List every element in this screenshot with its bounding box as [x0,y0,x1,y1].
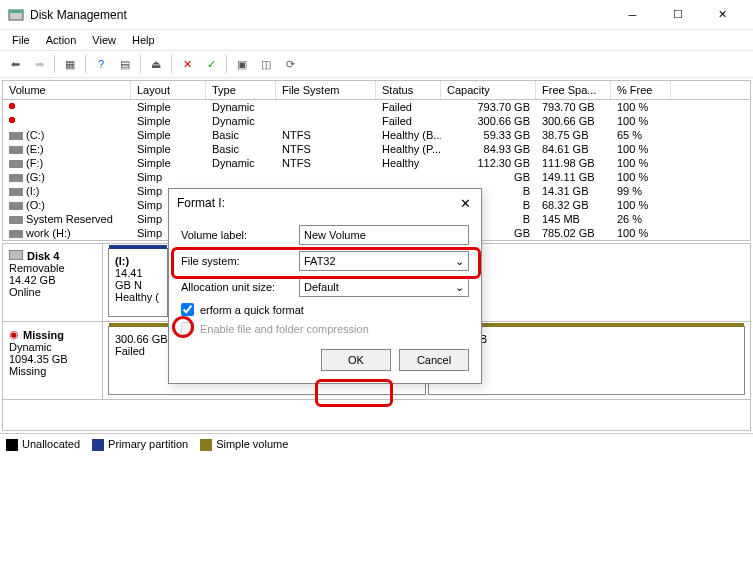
disk-info: Disk 4 Removable 14.42 GB Online [3,244,103,321]
swatch-simple [200,439,212,451]
disk-kind: Dynamic [9,341,96,353]
close-button[interactable]: ✕ [700,0,745,30]
col-volume[interactable]: Volume [3,81,131,99]
forward-icon[interactable]: ➡ [28,53,50,75]
volume-icon [9,146,23,154]
swatch-unallocated [6,439,18,451]
separator [226,55,227,73]
disk-size: 14.42 GB [9,274,96,286]
svg-rect-1 [9,10,23,13]
vol-label: (I:) [115,255,161,267]
check-icon[interactable]: ✓ [200,53,222,75]
delete-icon[interactable]: ✕ [176,53,198,75]
menu-view[interactable]: View [84,32,124,48]
action2-icon[interactable]: ◫ [255,53,277,75]
disk-size: 1094.35 GB [9,353,96,365]
refresh-icon[interactable]: ⟳ [279,53,301,75]
volume-icon [9,230,23,238]
toolbar: ⬅ ➡ ▦ ? ▤ ⏏ ✕ ✓ ▣ ◫ ⟳ [0,50,753,78]
disk-state: Online [9,286,96,298]
quick-format-label: erform a quick format [200,304,304,316]
volume-label-input[interactable] [299,225,469,245]
col-free[interactable]: Free Spa... [536,81,611,99]
volume-icon [9,202,23,210]
grid-icon[interactable]: ▦ [59,53,81,75]
compression-checkbox [181,322,194,335]
separator [171,55,172,73]
menu-file[interactable]: File [4,32,38,48]
minimize-button[interactable]: ─ [610,0,655,30]
eject-icon[interactable]: ⏏ [145,53,167,75]
filesystem-label: File system: [181,255,299,267]
table-row[interactable]: (G:)SimpGB149.11 GB100 % [3,170,750,184]
filesystem-select[interactable]: FAT32⌄ [299,251,469,271]
col-status[interactable]: Status [376,81,441,99]
volume-icon [9,132,23,140]
table-row[interactable]: (F:)SimpleDynamicNTFSHealthy112.30 GB111… [3,156,750,170]
swatch-primary [92,439,104,451]
legend-simple: Simple volume [216,438,288,450]
volume-icon [9,103,21,113]
vol-status: Healthy ( [115,291,161,303]
title-bar: Disk Management ─ ☐ ✕ [0,0,753,30]
quick-format-checkbox[interactable] [181,303,194,316]
dialog-close-button[interactable]: ✕ [457,195,473,211]
table-row[interactable]: (E:)SimpleBasicNTFSHealthy (P...84.93 GB… [3,142,750,156]
table-row[interactable]: SimpleDynamicFailed793.70 GB793.70 GB100… [3,100,750,114]
compression-label: Enable file and folder compression [200,323,369,335]
col-filesystem[interactable]: File System [276,81,376,99]
maximize-button[interactable]: ☐ [655,0,700,30]
menu-bar: File Action View Help [0,30,753,50]
disk-icon [9,250,23,262]
allocation-label: Allocation unit size: [181,281,299,293]
legend-unallocated: Unallocated [22,438,80,450]
layout-icon[interactable]: ▤ [114,53,136,75]
volume-icon [9,160,23,168]
error-icon: ◉ [9,328,19,341]
ok-button[interactable]: OK [321,349,391,371]
vol-size: 14.41 GB N [115,267,161,291]
filesystem-value: FAT32 [304,255,336,267]
menu-action[interactable]: Action [38,32,85,48]
allocation-select[interactable]: Default⌄ [299,277,469,297]
legend: Unallocated Primary partition Simple vol… [0,433,753,455]
chevron-down-icon: ⌄ [455,281,464,294]
volume-icon [9,174,23,182]
separator [54,55,55,73]
menu-help[interactable]: Help [124,32,163,48]
separator [85,55,86,73]
disk-info: ◉Missing Dynamic 1094.35 GB Missing [3,322,103,399]
volume-block[interactable]: (I:) 14.41 GB N Healthy ( [108,248,168,317]
format-dialog: Format I: ✕ Volume label: File system: F… [168,188,482,384]
allocation-value: Default [304,281,339,293]
col-capacity[interactable]: Capacity [441,81,536,99]
window-title: Disk Management [30,8,610,22]
legend-primary: Primary partition [108,438,188,450]
column-headers: Volume Layout Type File System Status Ca… [3,81,750,100]
back-icon[interactable]: ⬅ [4,53,26,75]
disk-name: Disk 4 [27,250,59,262]
chevron-down-icon: ⌄ [455,255,464,268]
table-row[interactable]: (C:)SimpleBasicNTFSHealthy (B...59.33 GB… [3,128,750,142]
disk-name: Missing [23,329,64,341]
volume-icon [9,117,21,127]
dialog-title: Format I: [177,196,457,210]
disk-kind: Removable [9,262,96,274]
volume-label-label: Volume label: [181,229,299,241]
col-layout[interactable]: Layout [131,81,206,99]
action1-icon[interactable]: ▣ [231,53,253,75]
col-type[interactable]: Type [206,81,276,99]
separator [140,55,141,73]
disk-state: Missing [9,365,96,377]
volume-icon [9,216,23,224]
table-row[interactable]: SimpleDynamicFailed300.66 GB300.66 GB100… [3,114,750,128]
app-icon [8,7,24,23]
svg-rect-2 [9,250,23,260]
cancel-button[interactable]: Cancel [399,349,469,371]
help-icon[interactable]: ? [90,53,112,75]
volume-icon [9,188,23,196]
col-pctfree[interactable]: % Free [611,81,671,99]
